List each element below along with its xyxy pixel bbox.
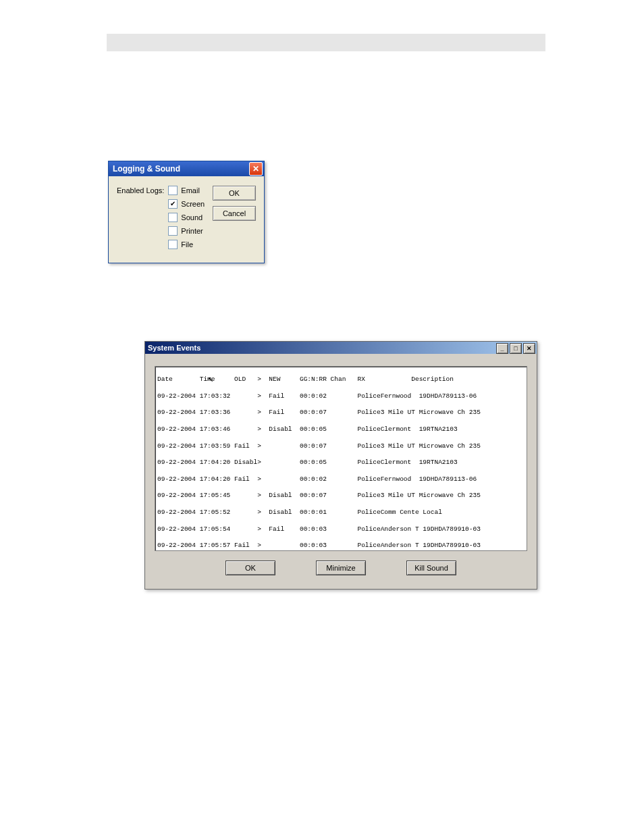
checkbox-label: Sound — [181, 213, 203, 221]
ok-button[interactable]: OK — [213, 186, 256, 201]
list-item[interactable]: 09-22-2004 17:04:20 Disabl> 00:0:05 Poli… — [156, 459, 526, 467]
list-header: Date Time OLD > NEW GG:N:RR Chan RX Desc… — [156, 375, 526, 384]
ok-button[interactable]: OK — [225, 561, 275, 575]
list-item[interactable]: 09-22-2004 17:05:54 > Fail 00:0:03 Polic… — [156, 525, 526, 533]
checkbox-label: File — [181, 240, 193, 249]
checkbox-screen[interactable]: ✔ Screen — [168, 199, 205, 209]
window-title: System Events — [148, 344, 200, 352]
maximize-icon[interactable]: □ — [510, 343, 522, 354]
checkbox-label: Email — [181, 186, 200, 194]
system-events-window: System Events _ □ ✕ Date Time OLD > NEW … — [144, 341, 537, 590]
list-item[interactable]: 09-22-2004 17:05:57 Fail > 00:0:03 Polic… — [156, 542, 526, 550]
checkbox-label: Screen — [181, 200, 205, 208]
dialog-titlebar[interactable]: Logging & Sound ✕ — [109, 161, 264, 176]
window-titlebar[interactable]: System Events _ □ ✕ — [145, 342, 537, 354]
checkbox-file[interactable]: File — [168, 240, 205, 249]
checkbox-icon[interactable] — [168, 213, 178, 222]
events-listbox[interactable]: Date Time OLD > NEW GG:N:RR Chan RX Desc… — [155, 366, 527, 551]
close-icon[interactable]: ✕ — [249, 162, 263, 176]
checkbox-icon[interactable] — [168, 240, 178, 249]
list-item[interactable]: 09-22-2004 17:05:52 > Disabl 00:0:01 Pol… — [156, 509, 526, 517]
checkbox-sound[interactable]: Sound — [168, 213, 205, 222]
checkbox-icon[interactable] — [168, 226, 178, 236]
checkbox-email[interactable]: Email — [168, 186, 205, 195]
header-bar — [107, 34, 545, 51]
kill-sound-button[interactable]: Kill Sound — [406, 561, 456, 575]
minimize-icon[interactable]: _ — [496, 343, 508, 354]
minimize-button[interactable]: Minimize — [316, 561, 366, 575]
close-icon[interactable]: ✕ — [523, 343, 535, 354]
checkbox-printer[interactable]: Printer — [168, 226, 205, 236]
enabled-logs-label: Enabled Logs: — [117, 186, 164, 249]
checkbox-label: Printer — [181, 227, 203, 235]
logging-sound-dialog: Logging & Sound ✕ Enabled Logs: Email ✔ … — [108, 161, 265, 263]
list-item[interactable]: 09-22-2004 17:04:20 Fail > 00:0:02 Polic… — [156, 475, 526, 484]
cancel-button[interactable]: Cancel — [213, 206, 256, 221]
checkbox-icon[interactable] — [168, 186, 178, 195]
list-item[interactable]: 09-22-2004 17:03:59 Fail > 00:0:07 Polic… — [156, 442, 526, 450]
dialog-title: Logging & Sound — [113, 164, 180, 174]
list-item[interactable]: 09-22-2004 17:03:46 > Disabl 00:0:05 Pol… — [156, 425, 526, 434]
list-item[interactable]: 09-22-2004 17:05:45 > Disabl 00:0:07 Pol… — [156, 492, 526, 500]
list-item[interactable]: 09-22-2004 17:03:36 > Fail 00:0:07 Polic… — [156, 409, 526, 417]
list-item[interactable]: 09-22-2004 17:03:32 > Fail 00:0:02 Polic… — [156, 392, 526, 400]
checkbox-icon[interactable]: ✔ — [168, 199, 178, 209]
